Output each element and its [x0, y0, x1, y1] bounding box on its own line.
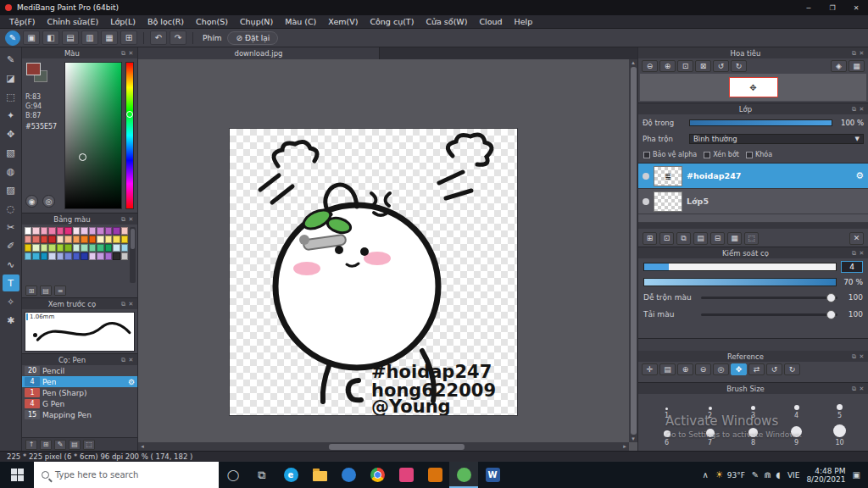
menu-item[interactable]: Cửa sổ(W) — [420, 17, 473, 26]
reference-button[interactable]: ✛ — [642, 363, 658, 375]
close-icon[interactable]: ✕ — [127, 301, 135, 308]
brush-control-slider[interactable] — [701, 313, 837, 316]
layer-footer-button[interactable]: ▤ — [693, 232, 708, 245]
menu-item[interactable]: Xem(V) — [322, 17, 364, 26]
palette-swatch[interactable] — [105, 236, 112, 243]
layer-row[interactable]: Lớp5 — [638, 189, 868, 214]
scrollbar-thumb[interactable] — [631, 67, 637, 435]
palette-swatch[interactable] — [121, 252, 128, 260]
brush-size-option[interactable]: 10 — [818, 424, 861, 446]
palette-swatch[interactable] — [105, 244, 112, 252]
palette-swatch[interactable] — [48, 236, 55, 243]
layer-visibility-dot[interactable] — [643, 173, 649, 180]
palette-swatch[interactable] — [113, 236, 120, 243]
brush-item[interactable]: 4G Pen — [22, 398, 137, 409]
hue-cursor[interactable] — [126, 111, 133, 118]
menu-item[interactable]: Bộ lọc(R) — [142, 17, 190, 26]
navigator-preview[interactable]: ✥ — [640, 74, 866, 101]
hue-slider[interactable] — [125, 62, 134, 209]
reference-button[interactable]: ◎ — [713, 363, 729, 375]
brush-footer-button[interactable]: ⊞ — [40, 440, 52, 450]
brush-size-option[interactable]: 3 — [732, 396, 775, 419]
brush-footer-button[interactable]: ⬚ — [83, 440, 95, 450]
layer-checkbox[interactable]: Khóa — [746, 151, 772, 158]
close-icon[interactable]: ✕ — [127, 216, 135, 223]
brush-size-option[interactable]: 1 — [645, 396, 688, 419]
menu-item[interactable]: Chụp(N) — [234, 17, 279, 26]
notification-center-icon[interactable]: ▣ — [853, 470, 860, 480]
comment-icon[interactable]: ◧ — [42, 30, 59, 45]
brush-settings-icon[interactable]: ⚙ — [128, 378, 135, 386]
edge-icon[interactable]: e — [276, 462, 305, 488]
palette-swatch[interactable] — [64, 244, 71, 252]
brush-size-option[interactable]: 7 — [688, 424, 732, 446]
picker-cursor[interactable] — [79, 153, 86, 161]
popout-icon[interactable]: ⧉ — [850, 353, 858, 360]
network-icon[interactable]: ⋒ — [764, 470, 771, 480]
layer-footer-button[interactable]: ⊡ — [659, 232, 674, 245]
palette-swatch[interactable] — [89, 252, 96, 260]
web-color-button[interactable]: ◉ — [25, 195, 38, 208]
menu-item[interactable]: Công cụ(T) — [364, 17, 420, 26]
palette-swatch[interactable] — [97, 227, 103, 235]
wand-tool[interactable]: ✦ — [3, 107, 19, 124]
popout-icon[interactable]: ⧉ — [850, 106, 858, 113]
scrollbar-thumb[interactable] — [131, 229, 135, 249]
palette-swatch[interactable] — [41, 227, 47, 235]
eraser-tool[interactable]: ◪ — [3, 69, 19, 86]
undo-button[interactable]: ↶ — [150, 30, 167, 45]
brush-footer-button[interactable]: ↑ — [25, 440, 37, 450]
brush-size-option[interactable]: 5 — [818, 396, 861, 419]
brush-footer-button[interactable]: ▤ — [69, 440, 81, 450]
pink-app-icon[interactable] — [392, 462, 420, 488]
layer-footer-button[interactable]: ⬚ — [744, 232, 759, 245]
saturation-value-picker[interactable] — [64, 62, 122, 209]
palette-swatch[interactable] — [97, 244, 103, 252]
navigator-button[interactable]: ◈ — [831, 60, 847, 72]
taskbar-search[interactable]: Type here to search — [34, 462, 219, 488]
pen-tool[interactable]: ✎ — [3, 51, 19, 68]
reference-button[interactable]: ↻ — [784, 363, 800, 375]
panel-icon[interactable]: ▤ — [62, 30, 79, 45]
palette-swatch[interactable] — [32, 236, 39, 243]
menu-item[interactable]: Tệp(F) — [3, 17, 42, 26]
close-icon[interactable]: ✕ — [858, 106, 865, 113]
brush-item[interactable]: 1Pen (Sharp) — [22, 387, 137, 398]
scroll-up-arrow[interactable]: ▴ — [632, 59, 635, 66]
layer-footer-button[interactable]: ⧉ — [676, 232, 691, 245]
close-icon[interactable]: ✕ — [858, 250, 865, 257]
hsv-mode-button[interactable]: ◎ — [42, 195, 55, 208]
brush-size-option[interactable]: 6 — [645, 424, 688, 446]
reference-button[interactable]: ▤ — [659, 363, 676, 375]
chrome-icon[interactable] — [363, 462, 392, 488]
palette-swatch[interactable] — [89, 227, 96, 235]
cortana-button[interactable]: ◯ — [219, 462, 248, 488]
slider-knob[interactable] — [826, 293, 836, 302]
select-rect-tool[interactable]: ⬚ — [3, 88, 19, 105]
palette-swatch[interactable] — [89, 244, 96, 252]
palette-swatch[interactable] — [25, 236, 31, 243]
popout-icon[interactable]: ⧉ — [850, 50, 858, 57]
layer-checkbox[interactable]: Xén bớt — [704, 151, 739, 158]
palette-swatch[interactable] — [64, 227, 71, 235]
brush-size-option[interactable]: 4 — [775, 396, 818, 419]
hand-tool[interactable]: ✱ — [3, 312, 19, 329]
palette-swatch[interactable] — [73, 244, 80, 252]
menu-item[interactable]: Help — [509, 17, 539, 26]
menu-item[interactable]: Chỉnh sửa(E) — [42, 17, 105, 26]
brush-opacity-slider[interactable] — [643, 278, 837, 286]
menu-item[interactable]: Lớp(L) — [104, 17, 142, 26]
palette-swatch[interactable] — [121, 236, 128, 243]
clock[interactable]: 4:48 PM 8/20/2021 — [806, 467, 845, 484]
popout-icon[interactable]: ⧉ — [850, 385, 858, 392]
brush-size-option[interactable]: 9 — [775, 424, 818, 446]
navigator-button[interactable]: ⊕ — [659, 60, 676, 72]
palette-swatch[interactable] — [105, 227, 112, 235]
blend-mode-dropdown[interactable]: Bình thường ▼ — [689, 134, 864, 144]
palette-swatch[interactable] — [81, 227, 87, 235]
volume-icon[interactable]: ◖ — [776, 470, 781, 480]
material-icon[interactable]: ⊞ — [120, 30, 137, 45]
reset-button[interactable]: ⊘ Đặt lại — [227, 31, 278, 45]
palette-swatch[interactable] — [32, 244, 39, 252]
brush-item[interactable]: 15Mapping Pen — [22, 409, 137, 420]
